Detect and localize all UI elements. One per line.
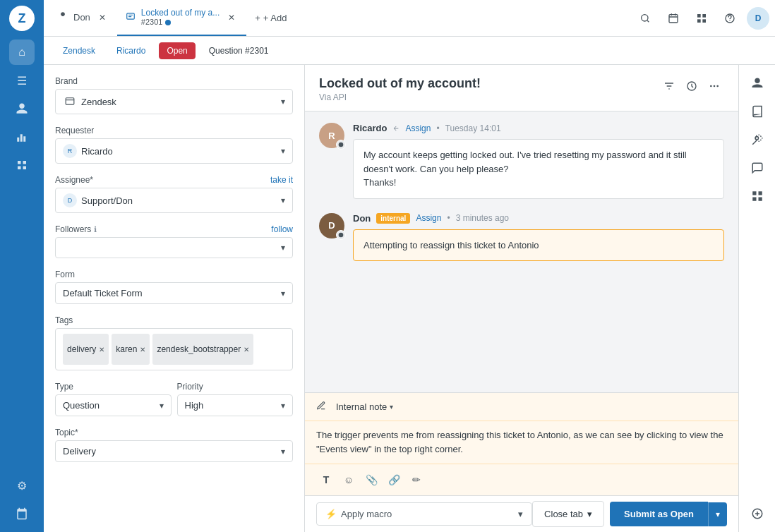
breadcrumb-question: Question #2301 xyxy=(201,42,277,59)
message-assign-link-don[interactable]: Assign xyxy=(416,213,441,223)
internal-badge: internal xyxy=(376,213,410,224)
tab-don[interactable]: Don ✕ xyxy=(49,0,117,36)
requester-select[interactable]: R Ricardo ▾ xyxy=(55,138,293,164)
breadcrumb-zendesk[interactable]: Zendesk xyxy=(55,42,103,59)
form-select[interactable]: Default Ticket Form ▾ xyxy=(55,282,293,304)
svg-point-10 xyxy=(710,85,712,87)
svg-rect-4 xyxy=(702,14,706,18)
message-header-don: Don internal Assign • 3 minutes ago xyxy=(353,213,724,224)
filter-icon[interactable] xyxy=(659,76,679,96)
assignee-select[interactable]: D Support/Don ▾ xyxy=(55,188,293,213)
reply-type-chevron-icon: ▾ xyxy=(390,403,393,411)
requester-label: Requester xyxy=(55,126,293,135)
side-user-icon[interactable] xyxy=(745,71,770,96)
nav-contacts[interactable] xyxy=(9,96,35,121)
svg-rect-8 xyxy=(66,98,74,104)
svg-rect-6 xyxy=(702,19,706,23)
side-knowledge-icon[interactable] xyxy=(745,99,770,124)
assignee-avatar: D xyxy=(63,193,77,207)
breadcrumb-ricardo[interactable]: Ricardo xyxy=(109,42,153,59)
assignee-label: Assignee* take it xyxy=(55,175,293,185)
ticket-header-row: Locked out of my account! Via API xyxy=(319,76,724,102)
attach-button[interactable]: 📎 xyxy=(361,470,381,490)
calendar-button[interactable] xyxy=(662,7,685,30)
help-button[interactable] xyxy=(719,7,741,30)
message-content-don: Don internal Assign • 3 minutes ago Atte… xyxy=(353,213,724,262)
nav-apps[interactable] xyxy=(9,152,35,178)
add-tab-button[interactable]: + + Add xyxy=(246,13,295,23)
assignee-take-it-link[interactable]: take it xyxy=(270,175,293,185)
search-button[interactable] xyxy=(634,7,656,30)
reply-text-area[interactable]: The trigger prevents me from reassigning… xyxy=(305,421,738,464)
side-apps-icon[interactable] xyxy=(745,183,770,209)
message-body-don: Attempting to reassign this ticket to An… xyxy=(353,229,724,262)
zendesk-logo-icon: Z xyxy=(18,11,26,26)
brand-field-group: Brand Zendesk ▾ xyxy=(55,76,293,114)
topic-chevron-icon: ▾ xyxy=(281,447,285,457)
tags-field-group: Tags delivery ✕ karen ✕ zendesk_bootstra… xyxy=(55,315,293,370)
reply-type-bar: Internal note ▾ xyxy=(305,393,738,421)
form-field-group: Form Default Ticket Form ▾ xyxy=(55,270,293,304)
side-chat-icon[interactable] xyxy=(745,155,770,181)
tags-label: Tags xyxy=(55,315,293,325)
svg-rect-2 xyxy=(669,14,678,22)
tag-karen-remove[interactable]: ✕ xyxy=(140,346,145,353)
nav-calendar[interactable] xyxy=(9,501,35,526)
submit-chevron-button[interactable]: ▾ xyxy=(708,502,727,526)
ticket-title: Locked out of my account! xyxy=(319,76,481,91)
svg-rect-15 xyxy=(752,198,756,201)
svg-point-12 xyxy=(716,85,719,87)
nav-reporting[interactable] xyxy=(9,124,35,150)
close-tab-button[interactable]: Close tab ▾ xyxy=(532,501,604,527)
tag-delivery: delivery ✕ xyxy=(63,334,109,365)
topic-field-group: Topic* Delivery ▾ xyxy=(55,428,293,462)
tab-don-close[interactable]: ✕ xyxy=(96,11,109,24)
message-assign-link-ricardo[interactable]: Assign xyxy=(405,123,431,133)
nav-settings[interactable]: ⚙ xyxy=(9,473,35,498)
tab-don-label: Don xyxy=(73,12,90,23)
format-text-button[interactable]: T xyxy=(316,470,336,490)
tab-ticket-text: Locked out of my a... #2301 xyxy=(141,8,220,28)
tab-ticket2301[interactable]: Locked out of my a... #2301 ✕ xyxy=(117,0,246,36)
type-field-group: Type Question ▾ xyxy=(55,382,172,416)
message-header-ricardo: Ricardo Assign • Tuesday 14:01 xyxy=(353,123,724,133)
more-options-icon[interactable] xyxy=(704,76,724,96)
message-author-ricardo: Ricardo xyxy=(353,123,387,133)
bottom-bar: ⚡ Apply macro ▾ Close tab ▾ Submit as Op… xyxy=(305,495,738,532)
tag-zendesk-bootstrapper-remove[interactable]: ✕ xyxy=(244,346,249,353)
followers-info-icon[interactable]: ℹ xyxy=(94,225,97,234)
emoji-button[interactable]: ☺ xyxy=(339,470,359,490)
apps-button[interactable] xyxy=(690,7,713,30)
tags-container[interactable]: delivery ✕ karen ✕ zendesk_bootstrapper … xyxy=(55,328,293,370)
side-magic-icon[interactable] xyxy=(745,127,770,152)
nav-home[interactable]: ⌂ xyxy=(9,40,35,65)
tab-ticket-close[interactable]: ✕ xyxy=(225,11,238,24)
submit-as-open-button[interactable]: Submit as Open xyxy=(610,502,708,526)
user-avatar[interactable]: D xyxy=(747,7,769,30)
edit-icon xyxy=(316,401,326,413)
assignee-field-group: Assignee* take it D Support/Don ▾ xyxy=(55,175,293,213)
link-button[interactable]: 🔗 xyxy=(384,470,404,490)
tag-delivery-remove[interactable]: ✕ xyxy=(99,346,104,353)
edit-format-button[interactable]: ✏ xyxy=(407,470,426,490)
edit-format-icon: ✏ xyxy=(412,474,421,485)
internal-note-button[interactable]: Internal note ▾ xyxy=(330,399,399,415)
type-chevron-icon: ▾ xyxy=(160,401,164,411)
side-add-icon[interactable] xyxy=(745,501,770,526)
tag-zendesk-bootstrapper: zendesk_bootstrapper ✕ xyxy=(152,334,253,365)
form-chevron-icon: ▾ xyxy=(281,289,285,298)
bottom-right: Close tab ▾ Submit as Open ▾ xyxy=(532,501,727,527)
followers-follow-link[interactable]: follow xyxy=(271,224,293,234)
apply-macro-button[interactable]: ⚡ Apply macro ▾ xyxy=(316,502,532,526)
topic-select[interactable]: Delivery ▾ xyxy=(55,440,293,462)
requester-chevron-icon: ▾ xyxy=(281,146,285,156)
tab-bar-right: D xyxy=(634,7,769,30)
events-history-icon[interactable] xyxy=(682,76,702,96)
followers-select[interactable]: ▾ xyxy=(55,237,293,258)
nav-views[interactable]: ☰ xyxy=(9,68,35,93)
form-label: Form xyxy=(55,270,293,279)
type-select[interactable]: Question ▾ xyxy=(55,394,172,416)
brand-select[interactable]: Zendesk ▾ xyxy=(55,89,293,114)
priority-select[interactable]: High ▾ xyxy=(177,394,294,416)
nav-logo[interactable]: Z xyxy=(9,6,35,31)
